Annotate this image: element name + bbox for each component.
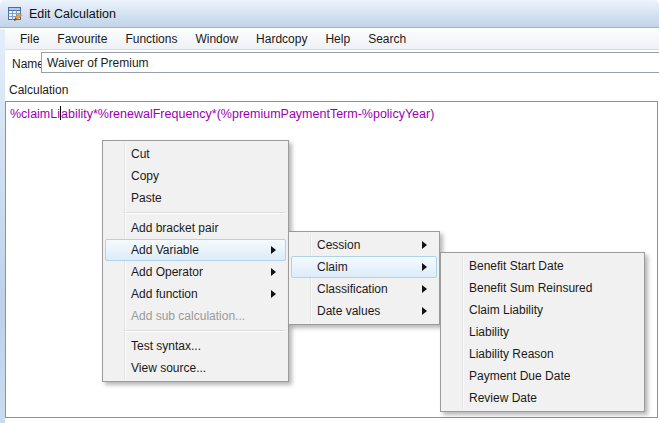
menu-item-cut[interactable]: Cut [105, 143, 286, 165]
menu-item-test-syntax[interactable]: Test syntax... [105, 335, 286, 357]
titlebar[interactable]: Edit Calculation [0, 0, 659, 28]
menu-item-claim-liability[interactable]: Claim Liability [443, 299, 642, 321]
menu-item-view-source[interactable]: View source... [105, 357, 286, 379]
menu-item-benefit-start-date[interactable]: Benefit Start Date [443, 255, 642, 277]
menu-item-label: Add Variable [131, 243, 199, 257]
menu-item-label: Date values [317, 304, 380, 318]
menu-item-label: Add function [131, 287, 198, 301]
menu-item-label: Cession [317, 238, 360, 252]
formula-before-caret: %claimLi [10, 107, 60, 121]
formula-after-caret: ability*%renewalFrequency*(%premiumPayme… [61, 107, 434, 121]
context-menu: Cut Copy Paste Add bracket pair Add Vari… [102, 140, 289, 382]
menu-item-benefit-sum-reinsured[interactable]: Benefit Sum Reinsured [443, 277, 642, 299]
menu-item-liability-reason[interactable]: Liability Reason [443, 343, 642, 365]
menu-separator [123, 212, 285, 214]
menu-item-classification[interactable]: Classification [291, 278, 437, 300]
submenu-arrow-icon [271, 268, 276, 276]
menubar-item-favourite[interactable]: Favourite [48, 30, 116, 48]
menu-item-paste[interactable]: Paste [105, 187, 286, 209]
menubar-item-window[interactable]: Window [186, 30, 247, 48]
claim-submenu: Benefit Start Date Benefit Sum Reinsured… [440, 252, 645, 412]
formula-text: %claimLiability*%renewalFrequency*(%prem… [10, 107, 434, 121]
menu-item-payment-due-date[interactable]: Payment Due Date [443, 365, 642, 387]
menu-item-add-function[interactable]: Add function [105, 283, 286, 305]
menu-item-add-operator[interactable]: Add Operator [105, 261, 286, 283]
menu-item-date-values[interactable]: Date values [291, 300, 437, 322]
menu-item-label: Claim [317, 260, 348, 274]
menu-item-review-date[interactable]: Review Date [443, 387, 642, 409]
menubar-item-file[interactable]: File [11, 30, 48, 48]
submenu-arrow-icon [271, 246, 276, 254]
menubar-item-functions[interactable]: Functions [116, 30, 186, 48]
window-title: Edit Calculation [29, 7, 116, 21]
submenu-arrow-icon [422, 263, 427, 271]
menu-item-label: Classification [317, 282, 388, 296]
menubar-item-help[interactable]: Help [316, 30, 359, 48]
menu-item-add-sub-calculation: Add sub calculation... [105, 305, 286, 327]
menu-item-label: Add Operator [131, 265, 203, 279]
menu-separator [123, 330, 285, 332]
submenu-arrow-icon [422, 241, 427, 249]
menu-item-liability[interactable]: Liability [443, 321, 642, 343]
menubar: File Favourite Functions Window Hardcopy… [5, 29, 659, 50]
edit-calculation-window: Edit Calculation File Favourite Function… [0, 0, 659, 423]
menubar-item-hardcopy[interactable]: Hardcopy [247, 30, 316, 48]
menu-item-claim[interactable]: Claim [291, 256, 437, 278]
menubar-item-search[interactable]: Search [359, 30, 415, 48]
variable-submenu: Cession Claim Classification Date values [288, 231, 440, 325]
app-icon[interactable] [7, 6, 23, 22]
submenu-arrow-icon [422, 285, 427, 293]
name-input[interactable] [41, 52, 659, 73]
submenu-arrow-icon [271, 290, 276, 298]
name-label: Name [12, 57, 44, 71]
menu-item-add-variable[interactable]: Add Variable [105, 239, 286, 261]
submenu-arrow-icon [422, 307, 427, 315]
menu-item-copy[interactable]: Copy [105, 165, 286, 187]
calculation-label: Calculation [9, 83, 68, 97]
menu-item-cession[interactable]: Cession [291, 234, 437, 256]
menu-item-add-bracket-pair[interactable]: Add bracket pair [105, 217, 286, 239]
